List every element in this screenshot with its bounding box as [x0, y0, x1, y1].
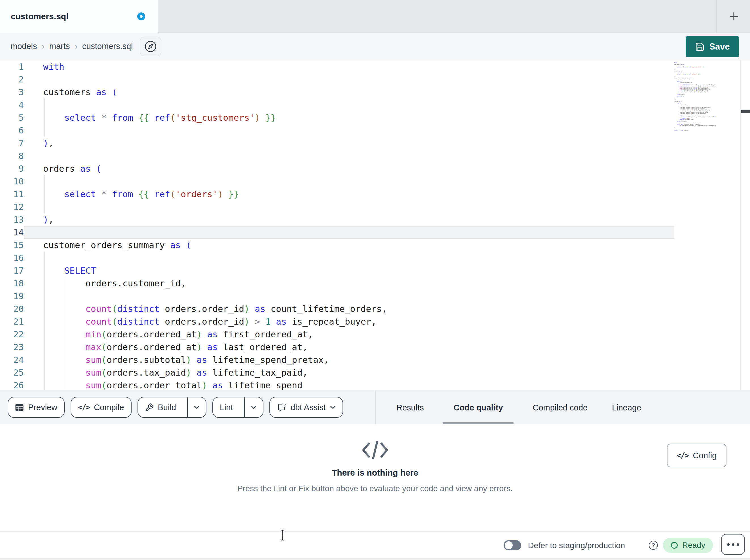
ide-window: customers.sql models›marts›customers.sql: [0, 0, 750, 560]
tab-title: customers.sql: [11, 12, 68, 21]
code-line[interactable]: 17 SELECT: [0, 264, 750, 277]
tab-results[interactable]: Results: [391, 390, 429, 425]
code-line[interactable]: 8: [0, 149, 750, 162]
more-options-button[interactable]: [721, 534, 745, 555]
assist-chat-icon: [277, 402, 287, 412]
lint-dropdown[interactable]: [244, 397, 263, 417]
help-icon[interactable]: ?: [649, 541, 658, 550]
tab-lineage[interactable]: Lineage: [607, 390, 646, 425]
code-text: customer_orders_summary as (: [24, 239, 674, 251]
config-button[interactable]: </> Config: [667, 443, 727, 468]
line-number: 7: [0, 137, 24, 149]
code-line[interactable]: 22 min(orders.ordered_at) as first_order…: [0, 328, 750, 341]
tab-bar-divider: [716, 0, 716, 33]
indent-guide: [44, 99, 45, 137]
plus-icon: [728, 11, 739, 22]
build-main[interactable]: Build: [138, 397, 183, 417]
code-line[interactable]: 16: [0, 251, 750, 264]
line-number: 5: [0, 111, 24, 124]
code-line[interactable]: 13),: [0, 213, 750, 226]
code-line[interactable]: 3customers as (: [0, 86, 750, 99]
lint-button[interactable]: Lint: [212, 397, 263, 418]
code-text: sum(orders.order_total) as lifetime_spen…: [24, 379, 674, 390]
toggle-knob: [505, 541, 513, 549]
defer-label: Defer to staging/production: [528, 532, 625, 559]
code-line[interactable]: 2: [0, 73, 750, 86]
window-edge: [0, 558, 750, 560]
code-text: customers as (: [24, 86, 674, 99]
code-line[interactable]: 6: [0, 124, 750, 137]
tab-code-quality[interactable]: Code quality: [443, 390, 514, 425]
indent-guide: [65, 277, 65, 390]
code-line[interactable]: 19: [0, 290, 750, 303]
result-tabs: ResultsCode qualityCompiled codeLineage: [391, 390, 646, 425]
lint-main[interactable]: Lint: [213, 397, 240, 417]
code-empty-icon: [361, 441, 389, 459]
new-tab-button[interactable]: [723, 5, 745, 28]
dbt-assist-label: dbt Assist: [291, 403, 326, 412]
code-line[interactable]: 24 sum(orders.subtotal) as lifetime_spen…: [0, 353, 750, 366]
line-number: 2: [0, 73, 24, 86]
tab-customers-sql[interactable]: customers.sql: [0, 0, 158, 33]
build-dropdown[interactable]: [187, 397, 206, 417]
unsaved-changes-indicator: [137, 13, 145, 20]
code-editor[interactable]: 1with23customers as (45 select * from {{…: [0, 60, 750, 390]
editor-minimap[interactable]: with customers as ( select * from {{ ref…: [674, 62, 716, 132]
breadcrumb-item[interactable]: models: [11, 42, 37, 51]
tab-label: Code quality: [454, 403, 503, 412]
code-text: ),: [24, 213, 674, 226]
preview-button[interactable]: Preview: [8, 397, 65, 418]
code-line[interactable]: 4: [0, 99, 750, 111]
code-text: [24, 201, 674, 213]
status-ring-icon: [671, 542, 678, 549]
line-number: 11: [0, 188, 24, 201]
code-line[interactable]: 20 count(distinct orders.order_id) as co…: [0, 303, 750, 315]
code-line[interactable]: 14: [0, 226, 750, 239]
code-text: count(distinct orders.order_id) > 1 as i…: [24, 315, 674, 328]
line-number: 25: [0, 366, 24, 379]
line-number: 8: [0, 149, 24, 162]
defer-toggle[interactable]: [504, 540, 521, 551]
compile-button[interactable]: </> Compile: [71, 397, 131, 418]
build-label: Build: [158, 403, 176, 412]
toolbar-divider: [375, 391, 376, 425]
tab-compiled-code[interactable]: Compiled code: [528, 390, 593, 425]
code-line[interactable]: 15customer_orders_summary as (: [0, 239, 750, 251]
code-text: select * from {{ ref('orders') }}: [24, 188, 674, 201]
line-number: 3: [0, 86, 24, 99]
breadcrumb-item[interactable]: customers.sql: [82, 42, 133, 51]
code-line[interactable]: 23 max(orders.ordered_at) as last_ordere…: [0, 341, 750, 353]
breadcrumb-item[interactable]: marts: [50, 42, 70, 51]
indent-guide: [44, 175, 45, 213]
code-line[interactable]: 12: [0, 201, 750, 213]
explore-button[interactable]: [140, 37, 161, 56]
breadcrumb-separator: ›: [75, 42, 77, 51]
chevron-down-icon: [330, 406, 336, 409]
code-line[interactable]: 5 select * from {{ ref('stg_customers') …: [0, 111, 750, 124]
lint-label: Lint: [220, 403, 233, 412]
code-line[interactable]: 25 sum(orders.tax_paid) as lifetime_tax_…: [0, 366, 750, 379]
code-line[interactable]: 26 sum(orders.order_total) as lifetime_s…: [0, 379, 750, 390]
status-badge[interactable]: Ready: [663, 538, 713, 553]
save-button[interactable]: Save: [686, 36, 739, 57]
code-line[interactable]: 7),: [0, 137, 750, 149]
line-number: 20: [0, 303, 24, 315]
code-text: [24, 290, 674, 303]
code-line[interactable]: 9orders as (: [0, 162, 750, 175]
code-text: ),: [24, 137, 674, 149]
code-line[interactable]: 21 count(distinct orders.order_id) > 1 a…: [0, 315, 750, 328]
config-label: Config: [693, 451, 717, 460]
build-button[interactable]: Build: [138, 397, 207, 418]
scrollbar-track: [741, 60, 741, 390]
code-text: [24, 149, 674, 162]
table-icon: [15, 403, 24, 412]
dbt-assist-button[interactable]: dbt Assist: [269, 397, 343, 418]
scrollbar-thumb[interactable]: [741, 110, 750, 113]
code-line[interactable]: 1with: [0, 60, 750, 73]
code-line[interactable]: 11 select * from {{ ref('orders') }}: [0, 188, 750, 201]
code-text: [24, 73, 674, 86]
code-line[interactable]: 10: [0, 175, 750, 188]
code-line[interactable]: 18 orders.customer_id,: [0, 277, 750, 290]
tab-label: Results: [396, 403, 424, 412]
line-number: 10: [0, 175, 24, 188]
